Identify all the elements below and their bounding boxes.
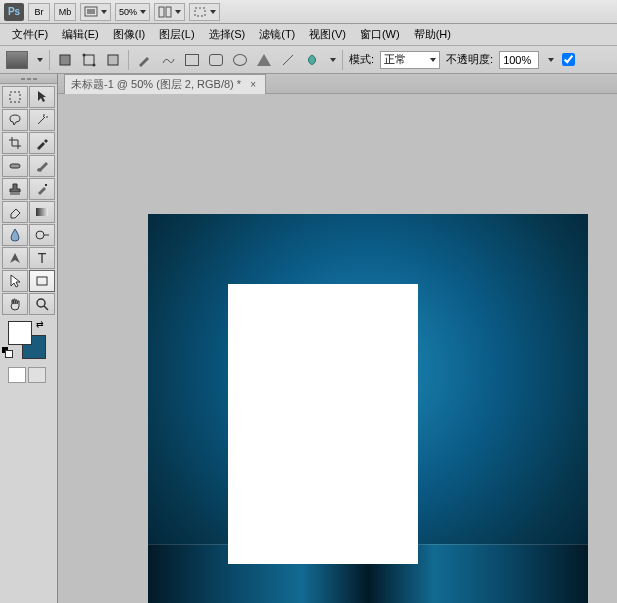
ellipse-shape[interactable] (231, 51, 249, 69)
white-rectangle-shape[interactable] (228, 284, 418, 564)
menu-image[interactable]: 图像(I) (107, 25, 151, 44)
mask-mode-group (0, 365, 57, 385)
svg-rect-3 (166, 7, 171, 17)
quickmask-mode[interactable] (28, 367, 46, 383)
options-bar: 模式: 正常 不透明度: 100% (0, 46, 617, 74)
viewport[interactable] (58, 94, 617, 603)
mode-label: 模式: (349, 52, 374, 67)
svg-rect-2 (159, 7, 164, 17)
hand-tool[interactable] (2, 293, 28, 315)
zoom-tool[interactable] (29, 293, 55, 315)
rectangle-tool[interactable] (29, 270, 55, 292)
menubar: 文件(F) 编辑(E) 图像(I) 图层(L) 选择(S) 滤镜(T) 视图(V… (0, 24, 617, 46)
shape-layer-mode[interactable] (56, 51, 74, 69)
svg-rect-16 (37, 277, 47, 285)
stamp-tool[interactable] (2, 178, 28, 200)
freeform-pen-icon[interactable] (159, 51, 177, 69)
swap-colors-icon[interactable]: ⇄ (36, 319, 44, 329)
tool-preset-arrow[interactable] (37, 58, 43, 62)
blur-tool[interactable] (2, 224, 28, 246)
screen-icon (84, 6, 98, 18)
menu-window[interactable]: 窗口(W) (354, 25, 406, 44)
svg-point-8 (93, 63, 96, 66)
document-tab[interactable]: 未标题-1 @ 50% (图层 2, RGB/8) * × (64, 74, 266, 94)
svg-line-10 (283, 55, 293, 65)
toolbox-handle[interactable] (0, 74, 57, 84)
svg-rect-1 (87, 9, 95, 14)
canvas-area: 未标题-1 @ 50% (图层 2, RGB/8) * × (58, 74, 617, 603)
toolbox: T ⇄ (0, 74, 58, 603)
blend-mode-value: 正常 (384, 52, 406, 67)
menu-view[interactable]: 视图(V) (303, 25, 352, 44)
opacity-arrow[interactable] (548, 58, 554, 62)
history-brush-tool[interactable] (29, 178, 55, 200)
antialias-checkbox[interactable] (562, 53, 575, 66)
type-tool[interactable]: T (29, 247, 55, 269)
healing-tool[interactable] (2, 155, 28, 177)
opacity-label: 不透明度: (446, 52, 493, 67)
svg-rect-13 (36, 208, 48, 216)
rect-shape[interactable] (183, 51, 201, 69)
bridge-button[interactable]: Br (28, 3, 50, 21)
custom-shape[interactable] (303, 51, 321, 69)
eraser-tool[interactable] (2, 201, 28, 223)
menu-edit[interactable]: 编辑(E) (56, 25, 105, 44)
tool-preset-swatch[interactable] (6, 51, 28, 69)
zoom-value: 50% (119, 7, 137, 17)
zoom-dropdown[interactable]: 50% (115, 3, 150, 21)
path-mode[interactable] (80, 51, 98, 69)
polygon-shape[interactable] (255, 51, 273, 69)
menu-layer[interactable]: 图层(L) (153, 25, 200, 44)
extras-icon (193, 6, 207, 18)
marquee-tool[interactable] (2, 86, 28, 108)
extras-dropdown[interactable] (189, 3, 220, 21)
crop-tool[interactable] (2, 132, 28, 154)
fill-pixels-mode[interactable] (104, 51, 122, 69)
eyedropper-tool[interactable] (29, 132, 55, 154)
minibridge-button[interactable]: Mb (54, 3, 76, 21)
screenmode-dropdown[interactable] (80, 3, 111, 21)
path-select-tool[interactable] (2, 270, 28, 292)
svg-point-14 (36, 231, 44, 239)
document-tab-title: 未标题-1 @ 50% (图层 2, RGB/8) * (71, 77, 241, 92)
svg-rect-12 (10, 164, 20, 168)
svg-rect-4 (195, 8, 205, 16)
arrange-dropdown[interactable] (154, 3, 185, 21)
magic-wand-tool[interactable] (29, 109, 55, 131)
brush-tool[interactable] (29, 155, 55, 177)
pen-icon[interactable] (135, 51, 153, 69)
menu-file[interactable]: 文件(F) (6, 25, 54, 44)
opacity-input[interactable]: 100% (499, 51, 539, 69)
line-shape[interactable] (279, 51, 297, 69)
gradient-tool[interactable] (29, 201, 55, 223)
svg-rect-6 (84, 55, 94, 65)
svg-point-17 (37, 299, 45, 307)
arrange-icon (158, 6, 172, 18)
close-document-icon[interactable]: × (247, 79, 259, 91)
blend-mode-select[interactable]: 正常 (380, 51, 440, 69)
menu-select[interactable]: 选择(S) (203, 25, 252, 44)
svg-rect-11 (10, 92, 20, 102)
svg-line-18 (44, 306, 48, 310)
svg-rect-5 (60, 55, 70, 65)
rounded-rect-shape[interactable] (207, 51, 225, 69)
lasso-tool[interactable] (2, 109, 28, 131)
svg-rect-9 (108, 55, 118, 65)
svg-point-7 (83, 53, 86, 56)
foreground-color[interactable] (8, 321, 32, 345)
default-colors-icon[interactable] (2, 347, 12, 357)
opacity-value: 100% (503, 54, 531, 66)
menu-help[interactable]: 帮助(H) (408, 25, 457, 44)
titlebar: Ps Br Mb 50% (0, 0, 617, 24)
move-tool[interactable] (29, 86, 55, 108)
app-logo: Ps (4, 3, 24, 21)
dodge-tool[interactable] (29, 224, 55, 246)
shape-options-arrow[interactable] (330, 58, 336, 62)
standard-mode[interactable] (8, 367, 26, 383)
pen-tool[interactable] (2, 247, 28, 269)
color-swatches: ⇄ (0, 317, 57, 365)
menu-filter[interactable]: 滤镜(T) (253, 25, 301, 44)
